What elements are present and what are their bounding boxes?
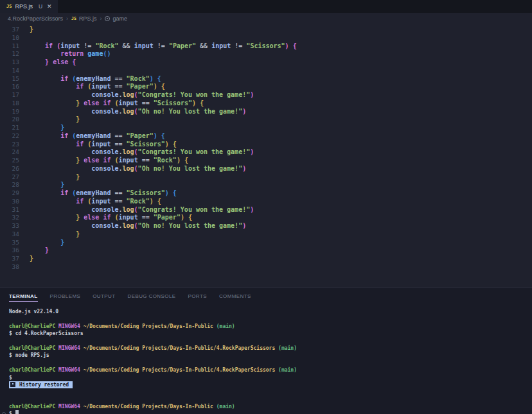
code-text: } else { xyxy=(19,58,76,67)
code-line[interactable]: 32 } else if (input == "Paper") { xyxy=(0,214,532,222)
line-number: 28 xyxy=(0,181,19,189)
terminal-line xyxy=(9,396,532,403)
panel-tab-bar: TERMINALPROBLEMSOUTPUTDEBUG CONSOLEPORTS… xyxy=(0,288,532,308)
code-text: console.log("Congrats! You won the game!… xyxy=(19,91,254,99)
panel-tab-ports[interactable]: PORTS xyxy=(188,293,207,301)
code-text: } xyxy=(19,173,80,182)
panel-tab-debug-console[interactable]: DEBUG CONSOLE xyxy=(128,293,176,301)
code-line[interactable]: 37} xyxy=(0,26,532,34)
javascript-file-icon: JS xyxy=(71,16,76,21)
code-text: if (input == "Scissors") { xyxy=(19,141,177,149)
tab-rps-js[interactable]: JS RPS.js U ✕ xyxy=(0,0,58,13)
line-number: 37 xyxy=(0,255,19,263)
terminal-line: charl@CharliePC MINGW64 ~/Documents/Codi… xyxy=(9,367,532,374)
line-number: 32 xyxy=(0,214,19,222)
line-number: 20 xyxy=(0,116,19,124)
terminal-line: charl@CharliePC MINGW64 ~/Documents/Codi… xyxy=(9,345,532,352)
editor-tab-bar: JS RPS.js U ✕ xyxy=(0,0,532,13)
history-restored-icon xyxy=(10,382,15,387)
line-number: 31 xyxy=(0,206,19,214)
code-line[interactable]: 27 } xyxy=(0,173,532,182)
close-icon[interactable]: ✕ xyxy=(47,3,52,10)
code-line[interactable]: 19 console.log("Oh no! You lost the game… xyxy=(0,108,532,116)
line-number: 35 xyxy=(0,239,19,247)
history-restored-label: History restored xyxy=(19,381,69,388)
tab-title: RPS.js xyxy=(15,3,33,10)
code-text: } else if (input == "Paper") { xyxy=(19,214,192,222)
terminal[interactable]: Node.js v22.14.0charl@CharliePC MINGW64 … xyxy=(0,308,532,414)
panel-tab-comments[interactable]: COMMENTS xyxy=(219,293,251,301)
code-line[interactable]: 24 console.log("Congrats! You won the ga… xyxy=(0,148,532,157)
code-text: console.log("Congrats! You won the game!… xyxy=(19,148,254,157)
line-number: 14 xyxy=(0,67,19,75)
symbol-method-icon xyxy=(105,16,110,21)
code-text: if (enemyHand == "Paper") { xyxy=(19,132,165,141)
code-line[interactable]: 14 xyxy=(0,67,532,75)
line-number: 22 xyxy=(0,132,19,141)
terminal-line xyxy=(9,359,532,367)
line-number: 21 xyxy=(0,124,19,132)
code-line[interactable]: 37} xyxy=(0,255,532,263)
code-text: if (input != "Rock" && input != "Paper" … xyxy=(19,42,297,51)
code-line[interactable]: 33 console.log("Oh no! You lost the game… xyxy=(0,222,532,230)
breadcrumb-label: RPS.js xyxy=(79,15,97,22)
code-line[interactable]: 20 } xyxy=(0,116,532,124)
code-text: } xyxy=(19,116,80,124)
code-line[interactable]: 36 } xyxy=(0,246,532,255)
code-line[interactable]: 11 if (input != "Rock" && input != "Pape… xyxy=(0,42,532,51)
code-text: console.log("Congrats! You won the game!… xyxy=(19,206,254,214)
code-text: } xyxy=(19,181,64,189)
bottom-panel: TERMINALPROBLEMSOUTPUTDEBUG CONSOLEPORTS… xyxy=(0,288,532,414)
breadcrumb-item-game[interactable]: game xyxy=(105,15,127,22)
code-text xyxy=(19,263,30,272)
line-number: 29 xyxy=(0,189,19,198)
code-line[interactable]: 30 if (input == "Rock") { xyxy=(0,198,532,206)
code-line[interactable]: 18 } else if (input == "Scissors") { xyxy=(0,99,532,108)
line-number: 30 xyxy=(0,198,19,206)
vscode-window: JS RPS.js U ✕ 4.RockPaperScissors›JSRPS.… xyxy=(0,0,532,414)
code-line[interactable]: 26 console.log("Oh no! You lost the game… xyxy=(0,165,532,173)
line-number: 18 xyxy=(0,99,19,108)
code-line[interactable]: 21 } xyxy=(0,124,532,132)
line-number: 24 xyxy=(0,148,19,157)
line-number: 12 xyxy=(0,50,19,58)
code-line[interactable]: 29 if (enemyHand == "Scissors") { xyxy=(0,189,532,198)
code-text: } else if (input == "Scissors") { xyxy=(19,99,204,108)
breadcrumb: 4.RockPaperScissors›JSRPS.js›game xyxy=(0,13,532,24)
line-number: 11 xyxy=(0,42,19,51)
javascript-file-icon: JS xyxy=(6,4,12,9)
code-line[interactable]: 16 if (input == "Paper") { xyxy=(0,83,532,91)
terminal-line: $ cd 4.RockPaperScissors xyxy=(9,330,532,337)
code-line[interactable]: 22 if (enemyHand == "Paper") { xyxy=(0,132,532,141)
code-line[interactable]: 12 return game() xyxy=(0,50,532,58)
code-text: console.log("Oh no! You lost the game!") xyxy=(19,222,246,230)
code-line[interactable]: 17 console.log("Congrats! You won the ga… xyxy=(0,91,532,99)
breadcrumb-item-rps-js[interactable]: JSRPS.js xyxy=(71,15,96,22)
line-number: 36 xyxy=(0,246,19,255)
code-line[interactable]: 15 if (enemyHand == "Rock") { xyxy=(0,75,532,83)
panel-tab-output[interactable]: OUTPUT xyxy=(93,293,115,301)
git-status-badge: U xyxy=(39,3,42,10)
breadcrumb-item-4-rockpaperscissors[interactable]: 4.RockPaperScissors xyxy=(8,15,63,22)
code-text xyxy=(19,67,30,75)
terminal-line: History restored xyxy=(9,381,532,388)
line-number: 16 xyxy=(0,83,19,91)
code-text xyxy=(19,34,30,42)
code-line[interactable]: 31 console.log("Congrats! You won the ga… xyxy=(0,206,532,214)
history-restored-badge: History restored xyxy=(9,381,73,388)
code-line[interactable]: 23 if (input == "Scissors") { xyxy=(0,141,532,149)
code-text: } xyxy=(19,124,64,132)
code-line[interactable]: 34 } xyxy=(0,230,532,239)
panel-tab-problems[interactable]: PROBLEMS xyxy=(50,293,81,301)
code-line[interactable]: 25 } else if (input == "Rock") { xyxy=(0,157,532,165)
code-line[interactable]: 28 } xyxy=(0,181,532,189)
line-number: 38 xyxy=(0,263,19,272)
code-editor[interactable]: 37}1011 if (input != "Rock" && input != … xyxy=(0,24,532,288)
terminal-cursor xyxy=(15,410,19,414)
code-line[interactable]: 10 xyxy=(0,34,532,42)
code-line[interactable]: 35 } xyxy=(0,239,532,247)
panel-tab-terminal[interactable]: TERMINAL xyxy=(9,293,38,302)
code-line[interactable]: 13 } else { xyxy=(0,58,532,67)
code-line[interactable]: 38 xyxy=(0,263,532,272)
breadcrumb-separator: › xyxy=(100,15,102,22)
